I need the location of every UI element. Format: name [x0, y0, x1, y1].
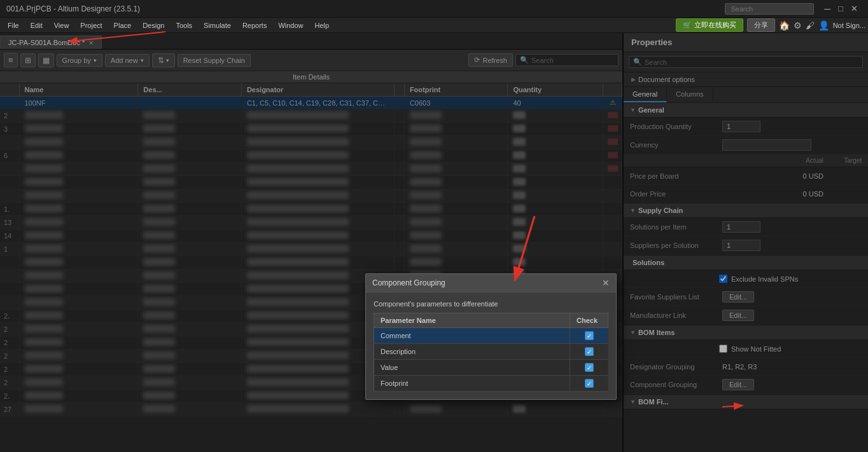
dialog-close-btn[interactable]: ✕	[602, 278, 610, 288]
minimize-btn[interactable]: ─	[820, 4, 834, 14]
dialog-table: Parameter Name Check Comment✓Description…	[374, 313, 608, 392]
dialog-subtitle: Component's parameters to differentiate	[374, 300, 608, 308]
close-btn[interactable]: ✕	[847, 4, 862, 13]
menu-file[interactable]: File	[3, 22, 24, 29]
share-button[interactable]: 分享	[747, 18, 775, 32]
component-grouping-dialog: Component Grouping ✕ Component's paramet…	[365, 273, 617, 400]
dialog-titlebar: Component Grouping ✕	[366, 274, 616, 292]
menu-project[interactable]: Project	[75, 22, 107, 29]
dialog-col-param: Parameter Name	[374, 313, 570, 328]
buy-button[interactable]: 🛒 立即在线购买	[676, 18, 743, 32]
menu-view[interactable]: View	[49, 22, 74, 29]
app-title: 001A.PrjPCB - Altium Designer (23.5.1)	[6, 4, 725, 13]
top-search-input[interactable]	[725, 3, 814, 15]
gear-icon[interactable]: ⚙	[794, 20, 802, 31]
search-bar-top[interactable]	[725, 3, 814, 15]
maximize-btn[interactable]: □	[834, 4, 847, 13]
menu-reports[interactable]: Reports	[237, 22, 272, 29]
dialog-row[interactable]: Comment✓	[374, 328, 608, 344]
dialog-body: Component's parameters to differentiate …	[366, 292, 616, 399]
dialog-param-name: Footprint	[374, 376, 570, 392]
dialog-title: Component Grouping	[372, 278, 445, 287]
dialog-check-cell[interactable]: ✓	[570, 376, 608, 392]
dialog-check-cell[interactable]: ✓	[570, 328, 608, 344]
menu-place[interactable]: Place	[109, 22, 137, 29]
dialog-row[interactable]: Value✓	[374, 360, 608, 376]
title-bar: 001A.PrjPCB - Altium Designer (23.5.1) ─…	[0, 0, 868, 18]
dialog-check-cell[interactable]: ✓	[570, 344, 608, 360]
dialog-row[interactable]: Footprint✓	[374, 376, 608, 392]
not-signed-text: Not Sign...	[833, 22, 865, 29]
menu-help[interactable]: Help	[310, 22, 335, 29]
dialog-col-check: Check	[570, 313, 608, 328]
dialog-param-name: Comment	[374, 328, 570, 344]
menu-tools[interactable]: Tools	[171, 22, 197, 29]
dialog-param-name: Value	[374, 360, 570, 376]
menu-window[interactable]: Window	[273, 22, 308, 29]
user-icon[interactable]: 👤	[818, 20, 829, 31]
menu-bar: File Edit View Project Place Design Tool…	[0, 18, 868, 33]
menu-edit[interactable]: Edit	[25, 22, 48, 29]
dialog-param-name: Description	[374, 344, 570, 360]
brush-icon[interactable]: 🖌	[806, 20, 815, 31]
dialog-row[interactable]: Description✓	[374, 344, 608, 360]
menu-simulate[interactable]: Simulate	[199, 22, 236, 29]
home-icon[interactable]: 🏠	[779, 20, 790, 31]
dialog-check-cell[interactable]: ✓	[570, 360, 608, 376]
menu-design[interactable]: Design	[137, 22, 169, 29]
cart-icon: 🛒	[683, 21, 692, 29]
